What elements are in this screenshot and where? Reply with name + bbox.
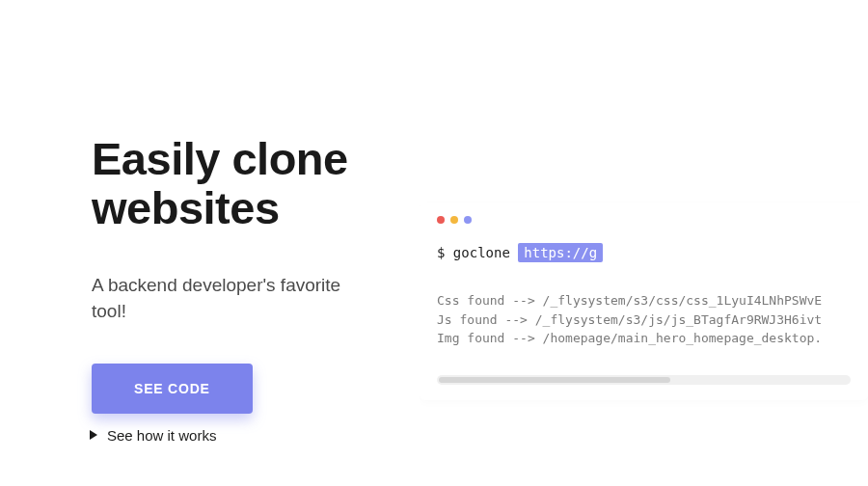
hero-container: Easily clone websites A backend develope… [0,0,868,444]
page-title: Easily clone websites [92,135,371,233]
hero-left-column: Easily clone websites A backend develope… [92,135,371,444]
minimize-icon [450,216,458,224]
hero-right-column: $ goclone https://g Css found --> /_flys… [420,135,868,444]
title-line-2: websites [92,182,280,233]
terminal-output: Css found --> /_flysystem/s3/css/css_1Ly… [437,291,851,348]
terminal-url-highlight: https://g [518,243,603,262]
maximize-icon [464,216,472,224]
title-line-1: Easily clone [92,133,348,184]
play-icon [90,430,97,440]
close-icon [437,216,445,224]
window-controls [437,216,851,224]
see-how-it-works-link[interactable]: See how it works [90,427,371,444]
terminal-window: $ goclone https://g Css found --> /_flys… [420,202,868,400]
page-subtitle: A backend developer's favorite tool! [92,272,371,325]
scrollbar-thumb[interactable] [439,377,670,383]
secondary-link-label: See how it works [107,427,216,444]
see-code-button[interactable]: SEE CODE [92,364,253,414]
output-line: Css found --> /_flysystem/s3/css/css_1Ly… [437,291,851,310]
terminal-command-line: $ goclone https://g [437,245,851,260]
terminal-prompt: $ goclone [437,245,510,260]
horizontal-scrollbar[interactable] [437,375,851,385]
output-line: Img found --> /homepage/main_hero_homepa… [437,329,851,348]
output-line: Js found --> /_flysystem/s3/js/js_BTagfA… [437,310,851,330]
